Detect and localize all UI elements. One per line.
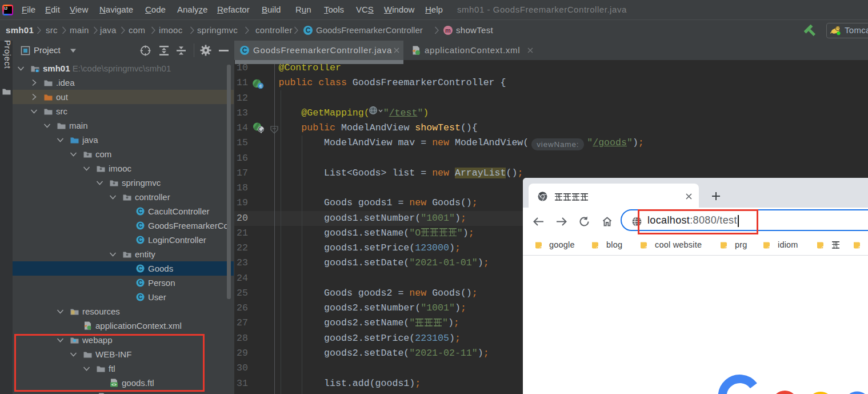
svg-text:c: c <box>259 83 262 89</box>
svg-text:C: C <box>138 293 143 300</box>
svg-text:C: C <box>138 265 143 272</box>
svg-text:C: C <box>138 208 143 214</box>
svg-text:C: C <box>242 46 247 54</box>
svg-text:C: C <box>138 279 143 286</box>
svg-text:m: m <box>445 27 451 34</box>
svg-text:C: C <box>138 222 143 229</box>
svg-text:C: C <box>138 236 143 243</box>
svg-text:C: C <box>306 26 311 34</box>
